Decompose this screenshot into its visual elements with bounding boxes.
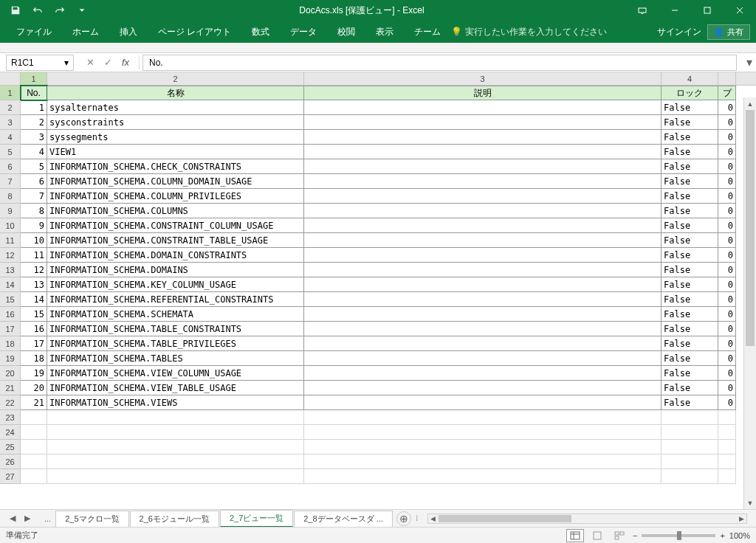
cell-pr[interactable]: 0 (718, 218, 736, 233)
tab-nav-next[interactable]: ▶ (21, 512, 34, 525)
cell-pr[interactable]: 0 (718, 366, 736, 381)
empty-cell[interactable] (21, 410, 47, 425)
cell-lock[interactable]: False (662, 307, 718, 322)
cell-name[interactable]: VIEW1 (47, 145, 304, 159)
cell-pr[interactable]: 0 (718, 381, 736, 395)
cell-no[interactable]: 15 (21, 307, 47, 322)
cell-no[interactable]: 17 (21, 336, 47, 351)
cell-lock[interactable]: False (662, 263, 718, 277)
signin-link[interactable]: サインイン (657, 26, 701, 38)
cell-no[interactable]: 16 (21, 322, 47, 336)
row-header[interactable]: 23 (0, 410, 21, 425)
formula-expand-button[interactable]: ▾ (743, 55, 756, 69)
cell-pr[interactable]: 0 (718, 130, 736, 145)
zoom-level[interactable]: 100% (729, 531, 750, 540)
header-cell-name[interactable]: 名称 (47, 86, 304, 100)
tell-me-search[interactable]: 💡 実行したい作業を入力してください (451, 26, 607, 38)
cell-pr[interactable]: 0 (718, 100, 736, 115)
cell-desc[interactable] (304, 189, 662, 204)
cell-no[interactable]: 14 (21, 292, 47, 307)
header-cell-no[interactable]: No. (21, 86, 47, 100)
cell-no[interactable]: 19 (21, 366, 47, 381)
col-header-2[interactable]: 2 (47, 72, 304, 85)
redo-button[interactable] (50, 2, 69, 18)
sheet-tab-module[interactable]: 2_6モジュール一覧 (130, 511, 219, 527)
cell-no[interactable]: 5 (21, 159, 47, 174)
cell-name[interactable]: INFORMATION_SCHEMA.COLUMNS (47, 204, 304, 218)
cancel-formula-button[interactable]: ✕ (83, 55, 97, 70)
hscroll-thumb[interactable] (439, 515, 571, 522)
cell-desc[interactable] (304, 100, 662, 115)
cell-pr[interactable]: 0 (718, 277, 736, 292)
cell-desc[interactable] (304, 174, 662, 189)
row-header[interactable]: 27 (0, 469, 21, 484)
empty-cell[interactable] (662, 440, 718, 454)
empty-cell[interactable] (662, 454, 718, 469)
cell-no[interactable]: 20 (21, 381, 47, 395)
row-header[interactable]: 4 (0, 130, 21, 145)
sheet-tab-db[interactable]: 2_8データベースダ ... (294, 511, 393, 527)
sheet-tab-view[interactable]: 2_7ビュー一覧 (220, 510, 293, 528)
tab-review[interactable]: 校閲 (327, 21, 365, 43)
tab-file[interactable]: ファイル (6, 21, 62, 43)
cell-pr[interactable]: 0 (718, 189, 736, 204)
col-header-1[interactable]: 1 (21, 72, 47, 85)
cell-pr[interactable]: 0 (718, 233, 736, 248)
cell-no[interactable]: 8 (21, 204, 47, 218)
col-header-4[interactable]: 4 (662, 72, 718, 85)
cell-desc[interactable] (304, 233, 662, 248)
cell-desc[interactable] (304, 115, 662, 130)
cell-desc[interactable] (304, 322, 662, 336)
cell-no[interactable]: 6 (21, 174, 47, 189)
cell-name[interactable]: INFORMATION_SCHEMA.CONSTRAINT_COLUMN_USA… (47, 218, 304, 233)
cell-name[interactable]: INFORMATION_SCHEMA.SCHEMATA (47, 307, 304, 322)
scroll-left-icon[interactable]: ◀ (428, 513, 439, 524)
row-header[interactable]: 24 (0, 425, 21, 440)
cell-lock[interactable]: False (662, 174, 718, 189)
page-break-view-button[interactable] (611, 529, 628, 542)
cell-lock[interactable]: False (662, 322, 718, 336)
vertical-scrollbar[interactable]: ▲ ▼ (743, 97, 756, 509)
cell-name[interactable]: INFORMATION_SCHEMA.TABLE_CONSTRAINTS (47, 322, 304, 336)
undo-button[interactable] (28, 2, 47, 18)
cell-pr[interactable]: 0 (718, 263, 736, 277)
cell-pr[interactable]: 0 (718, 248, 736, 263)
tab-nav-prev[interactable]: ◀ (6, 512, 19, 525)
cell-name[interactable]: INFORMATION_SCHEMA.TABLES (47, 351, 304, 366)
cell-lock[interactable]: False (662, 277, 718, 292)
cell-lock[interactable]: False (662, 351, 718, 366)
empty-cell[interactable] (47, 440, 304, 454)
cell-lock[interactable]: False (662, 366, 718, 381)
row-header[interactable]: 9 (0, 204, 21, 218)
empty-cell[interactable] (304, 425, 662, 440)
cell-lock[interactable]: False (662, 130, 718, 145)
row-header[interactable]: 18 (0, 336, 21, 351)
cell-name[interactable]: syssegments (47, 130, 304, 145)
cell-name[interactable]: INFORMATION_SCHEMA.VIEW_TABLE_USAGE (47, 381, 304, 395)
tab-ellipsis[interactable]: ... (40, 514, 55, 523)
cell-name[interactable]: sysconstraints (47, 115, 304, 130)
empty-cell[interactable] (718, 454, 736, 469)
zoom-thumb[interactable] (677, 531, 681, 540)
empty-cell[interactable] (304, 469, 662, 484)
zoom-in-button[interactable]: + (720, 531, 724, 540)
row-header[interactable]: 22 (0, 395, 21, 410)
cell-desc[interactable] (304, 130, 662, 145)
header-cell-pr[interactable]: プ (718, 86, 736, 100)
cell-no[interactable]: 11 (21, 248, 47, 263)
share-button[interactable]: 👤 共有 (707, 24, 750, 40)
cell-pr[interactable]: 0 (718, 395, 736, 410)
tab-view[interactable]: 表示 (365, 21, 404, 43)
page-layout-view-button[interactable] (588, 529, 606, 542)
tab-data[interactable]: データ (280, 21, 327, 43)
maximize-button[interactable] (691, 0, 724, 21)
row-header[interactable]: 17 (0, 322, 21, 336)
row-header[interactable]: 25 (0, 440, 21, 454)
cell-pr[interactable]: 0 (718, 336, 736, 351)
cell-name[interactable]: INFORMATION_SCHEMA.VIEW_COLUMN_USAGE (47, 366, 304, 381)
cell-desc[interactable] (304, 292, 662, 307)
cell-no[interactable]: 3 (21, 130, 47, 145)
cell-name[interactable]: sysalternates (47, 100, 304, 115)
cell-lock[interactable]: False (662, 189, 718, 204)
enter-formula-button[interactable]: ✓ (100, 55, 115, 70)
